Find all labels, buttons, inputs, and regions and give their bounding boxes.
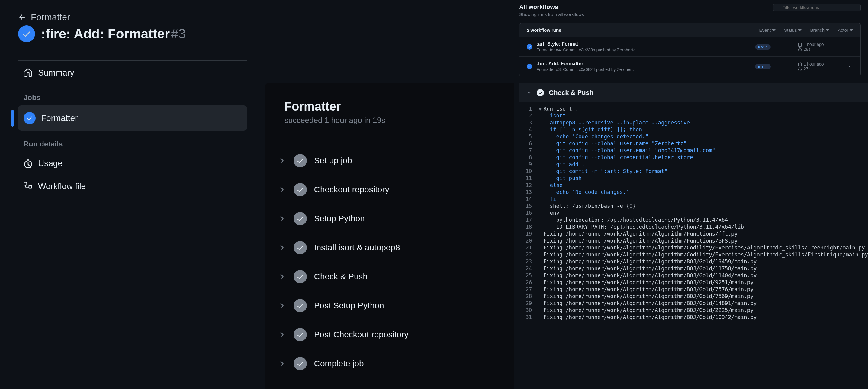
step-status-success-icon — [293, 357, 307, 370]
step-status-success-icon — [293, 328, 307, 341]
log-line: 15 shell: /usr/bin/bash -e {0} — [519, 202, 868, 209]
step-row[interactable]: Post Checkout repository — [265, 320, 515, 349]
branch-tag[interactable]: main — [755, 64, 770, 69]
job-status-line: succeeded 1 hour ago in 19s — [284, 116, 495, 125]
branch-tag[interactable]: main — [755, 44, 770, 50]
log-line: 8 git config --global credential.helper … — [519, 154, 868, 161]
step-label: Post Setup Python — [314, 301, 384, 310]
chevron-right-icon — [278, 243, 286, 252]
run-filter-actor[interactable]: Actor — [838, 28, 853, 33]
step-row[interactable]: Setup Python — [265, 204, 515, 233]
run-time: 1 hour ago — [798, 42, 843, 47]
log-line: 6 git config --global user.name "Zeroher… — [519, 140, 868, 147]
run-row-title: :fire: Add: Formatter — [536, 61, 743, 66]
step-row[interactable]: Check & Push — [265, 262, 515, 291]
job-title: Formatter — [284, 100, 495, 113]
run-status-success-icon — [18, 25, 35, 42]
log-line: 23 Fixing /home/runner/work/Algorithm/Al… — [519, 258, 868, 265]
log-line: 5 echo "Code changes detected." — [519, 133, 868, 140]
log-line: 18 LD_LIBRARY_PATH: /opt/hostedtoolcache… — [519, 223, 868, 230]
calendar-icon — [798, 62, 802, 66]
all-workflows-title: All workflows — [519, 4, 584, 10]
log-line: 25 Fixing /home/runner/work/Algorithm/Al… — [519, 272, 868, 279]
log-step-status-icon — [537, 89, 544, 96]
chevron-right-icon — [278, 156, 286, 165]
step-row[interactable]: Checkout repository — [265, 175, 515, 204]
run-row-sub: Formatter #4: Commit e3e238a pushed by Z… — [536, 48, 743, 52]
log-line: 9 git add . — [519, 161, 868, 168]
run-duration: 27s — [798, 66, 843, 71]
workflow-runs-table: 2 workflow runs Event Status Branch Acto… — [519, 23, 861, 77]
step-label: Set up job — [314, 156, 352, 166]
step-row[interactable]: Install isort & autopep8 — [265, 233, 515, 262]
nav-usage-label: Usage — [38, 158, 63, 168]
chevron-right-icon — [278, 272, 286, 281]
step-label: Complete job — [314, 359, 364, 368]
run-row-menu-button[interactable]: ··· — [843, 62, 853, 71]
run-filter-event[interactable]: Event — [759, 28, 776, 33]
home-icon — [24, 68, 33, 77]
step-row[interactable]: Complete job — [265, 349, 515, 378]
all-workflows-subtitle: Showing runs from all workflows — [519, 12, 584, 17]
log-line: 26 Fixing /home/runner/work/Algorithm/Al… — [519, 279, 868, 286]
breadcrumb[interactable]: Formatter — [18, 12, 247, 22]
log-line: 16 env: — [519, 209, 868, 216]
run-number: #3 — [171, 26, 186, 41]
run-status-success-icon — [527, 44, 532, 50]
stopwatch-icon — [24, 159, 33, 168]
run-row[interactable]: :art: Style: FormatFormatter #4: Commit … — [520, 37, 861, 57]
log-line: 14 fi — [519, 196, 868, 202]
run-status-success-icon — [527, 64, 532, 69]
log-line: 22 Fixing /home/runner/work/Algorithm/Al… — [519, 251, 868, 258]
log-line: 20 Fixing /home/runner/work/Algorithm/Al… — [519, 237, 868, 244]
runs-count: 2 workflow runs — [527, 28, 561, 33]
arrow-left-icon — [18, 13, 27, 22]
nav-workflow-file[interactable]: Workflow file — [18, 175, 247, 198]
stopwatch-icon — [798, 67, 802, 71]
run-row-menu-button[interactable]: ··· — [843, 42, 853, 51]
caret-down-icon — [772, 28, 776, 32]
log-line: 12 else — [519, 181, 868, 188]
step-label: Checkout repository — [314, 185, 389, 194]
log-line: 2 isort . — [519, 112, 868, 119]
log-line: 11 git push — [519, 175, 868, 181]
caret-down-icon — [849, 28, 853, 32]
log-line: 19 Fixing /home/runner/work/Algorithm/Al… — [519, 230, 868, 237]
log-step-title: Check & Push — [549, 89, 593, 97]
log-body[interactable]: 1▼Run isort .2 isort .3 autopep8 --recur… — [519, 102, 868, 324]
log-line: 24 Fixing /home/runner/work/Algorithm/Al… — [519, 265, 868, 272]
nav-job-label: Formatter — [41, 113, 78, 123]
log-line: 30 Fixing /home/runner/work/Algorithm/Al… — [519, 306, 868, 313]
breadcrumb-workflow[interactable]: Formatter — [31, 12, 70, 22]
log-line: 29 Fixing /home/runner/work/Algorithm/Al… — [519, 300, 868, 306]
run-filter-status[interactable]: Status — [784, 28, 802, 33]
chevron-right-icon — [278, 214, 286, 223]
nav-summary[interactable]: Summary — [18, 61, 247, 84]
run-row[interactable]: :fire: Add: FormatterFormatter #3: Commi… — [520, 57, 861, 76]
caret-down-icon — [798, 28, 802, 32]
log-line: 7 git config --global user.email "ohg341… — [519, 147, 868, 154]
chevron-right-icon — [278, 330, 286, 339]
caret-down-icon — [826, 28, 829, 32]
log-step-header[interactable]: Check & Push — [519, 83, 868, 102]
nav-run-details-heading: Run details — [18, 131, 247, 152]
step-status-success-icon — [293, 154, 307, 167]
run-row-sub: Formatter #3: Commit c0a0824 pushed by Z… — [536, 67, 743, 72]
filter-workflow-runs-input[interactable] — [773, 4, 861, 11]
chevron-right-icon — [278, 185, 286, 194]
run-filter-branch[interactable]: Branch — [810, 28, 829, 33]
nav-usage[interactable]: Usage — [18, 152, 247, 175]
run-duration: 28s — [798, 47, 843, 52]
nav-job-formatter[interactable]: Formatter — [18, 106, 247, 131]
step-label: Install isort & autopep8 — [314, 243, 400, 252]
log-line: 28 Fixing /home/runner/work/Algorithm/Al… — [519, 293, 868, 300]
workflow-file-icon — [24, 182, 33, 191]
log-line: 27 Fixing /home/runner/work/Algorithm/Al… — [519, 286, 868, 293]
stopwatch-icon — [798, 48, 802, 51]
step-row[interactable]: Post Setup Python — [265, 291, 515, 320]
step-status-success-icon — [293, 241, 307, 254]
step-row[interactable]: Set up job — [265, 146, 515, 175]
step-label: Post Checkout repository — [314, 330, 409, 339]
chevron-down-icon — [526, 90, 532, 95]
chevron-right-icon — [278, 359, 286, 368]
